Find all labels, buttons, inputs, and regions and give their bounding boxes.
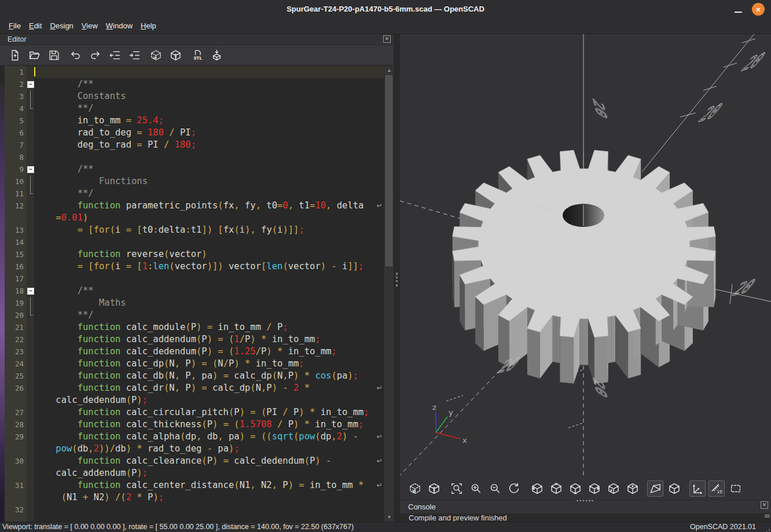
code-text: function calc_dr(N, P) = calc_dp(N,P) - … (34, 382, 375, 394)
editor-close-icon[interactable]: ✕ (383, 35, 391, 43)
code-line: (N1 + N2) /(2 * P); (5, 491, 384, 504)
show-axes-button[interactable] (689, 480, 706, 497)
svg-text:»: » (152, 53, 156, 61)
view-orthogonal-button[interactable] (666, 480, 682, 497)
fold-guide (27, 491, 34, 504)
code-text: pow(db,2))/db) * rad_to_deg - pa); (34, 443, 384, 455)
fold-guide (27, 90, 34, 102)
show-crosshairs-button[interactable] (728, 480, 744, 497)
line-number (5, 394, 27, 406)
indent-button[interactable] (127, 47, 142, 63)
view-orthogonal-icon (668, 482, 681, 495)
view-top-icon (550, 482, 563, 495)
zoom-in-button[interactable] (468, 480, 484, 497)
undo-button[interactable] (68, 47, 83, 63)
code-line: 16 = [for(i = [1:len(vector)]) vector[le… (5, 261, 384, 273)
gear-side-face (553, 315, 557, 362)
line-wrap-icon: ↵ (375, 431, 384, 443)
show-axes-icon (691, 482, 704, 495)
fold-guide (27, 309, 34, 321)
render-button[interactable] (168, 47, 183, 63)
code-line: 13 = [for(i = [t0:delta:t1]) [fx(i), fy(… (5, 224, 384, 236)
line-number: 29 (5, 431, 27, 443)
fold-guide (27, 370, 34, 382)
new-file-button[interactable] (7, 47, 22, 63)
code-editor[interactable]: 12 /**3 Constants4 **/5 in_to_mm = 25.4;… (5, 66, 384, 522)
fold-guide (27, 467, 34, 479)
code-line: 15 function reverse(vector) (5, 248, 384, 261)
code-line: 25 function calc_db(N, P, pa) = calc_dp(… (5, 370, 384, 382)
fold-guide (27, 394, 34, 406)
resize-grip[interactable] (769, 529, 770, 530)
show-scale-markers-button[interactable]: 10 (708, 480, 725, 497)
minimize-button[interactable] (735, 12, 742, 13)
menu-item-design[interactable]: Design (46, 19, 77, 30)
view-top-button[interactable] (548, 480, 564, 497)
fold-guide (27, 358, 34, 370)
view-right-button[interactable] (529, 480, 545, 497)
code-line: 21 function calc_module(P) = in_to_mm / … (5, 321, 384, 333)
code-text: function calc_dp(N, P) = (N/P) * in_to_m… (34, 358, 384, 370)
editor-scrollbar[interactable]: ▲ ▼ (384, 66, 394, 522)
send-to-octoprint-button[interactable] (209, 47, 224, 63)
fold-marker-icon[interactable] (27, 285, 34, 297)
menu-item-help[interactable]: Help (137, 19, 160, 30)
reset-view-button[interactable] (506, 480, 522, 497)
fold-guide (27, 102, 34, 115)
desktop-edge-strip (0, 82, 5, 522)
console-scrollbar[interactable] (765, 514, 770, 518)
fold-guide (27, 236, 34, 248)
line-number: 7 (5, 139, 27, 151)
view-back-button[interactable] (625, 480, 641, 497)
fold-marker-icon[interactable] (27, 163, 34, 175)
close-button[interactable]: × (752, 3, 765, 16)
fold-guide (27, 175, 34, 188)
editor-viewport-splitter[interactable] (394, 34, 400, 522)
scrollbar-thumb[interactable] (386, 75, 392, 266)
fold-marker-icon[interactable] (27, 78, 34, 90)
line-wrap-icon: ↵ (375, 382, 384, 394)
line-number: 31 (5, 479, 27, 491)
fold-guide (27, 115, 34, 127)
viewport-3d[interactable]: 202020202020xyz (400, 34, 771, 478)
console-close-icon[interactable]: ✕ (761, 501, 768, 509)
view-left-button[interactable] (586, 480, 603, 497)
code-line: 14 (5, 236, 384, 248)
preview-button[interactable]: » (407, 480, 423, 497)
menu-item-window[interactable]: Window (102, 19, 137, 30)
menu-item-file[interactable]: File (5, 19, 25, 30)
render-button[interactable] (426, 480, 442, 497)
line-number (5, 491, 27, 504)
zoom-all-icon (450, 482, 463, 495)
axis-scale-label: 20 (589, 96, 611, 122)
code-text: function calc_dedendum(P) = (1.25/P) * i… (34, 346, 384, 358)
console-resize-handle[interactable]: •••••• (577, 499, 594, 502)
line-number: 27 (5, 406, 27, 419)
scroll-up-icon[interactable]: ▲ (384, 66, 394, 75)
code-line: calc_addendum(P); (5, 467, 384, 479)
view-bottom-button[interactable] (567, 480, 583, 497)
code-line: 29 function calc_alpha(dp, db, pa) = ((s… (5, 431, 384, 443)
line-number: 8 (5, 151, 27, 163)
gear-side-face (637, 307, 640, 355)
preview-button[interactable]: » (148, 47, 163, 63)
code-line: 20 **/ (5, 309, 384, 321)
title-bar[interactable]: SpurGear-T24-P20-pA1470-b5-6mm.scad — Op… (0, 0, 771, 19)
code-line: 22 function calc_addendum(P) = (1/P) * i… (5, 333, 384, 346)
zoom-out-button[interactable] (487, 480, 503, 497)
redo-button[interactable] (87, 47, 102, 63)
console-panel-header: •••••• Console ✕ (400, 500, 771, 513)
menu-item-edit[interactable]: Edit (25, 19, 46, 30)
unindent-button[interactable] (107, 47, 122, 63)
view-front-button[interactable] (605, 480, 622, 497)
zoom-all-button[interactable] (449, 480, 465, 497)
menu-item-view[interactable]: View (78, 19, 102, 30)
open-button[interactable] (27, 47, 42, 63)
code-text: calc_dedendum(P); (34, 394, 384, 406)
fold-guide (27, 273, 34, 285)
save-button[interactable] (46, 47, 61, 63)
code-text: function calc_clearance(P) = calc_dedend… (34, 455, 375, 467)
view-perspective-button[interactable] (647, 480, 663, 497)
export-stl-button[interactable]: STL (189, 47, 204, 63)
scroll-down-icon[interactable]: ▼ (384, 513, 394, 522)
